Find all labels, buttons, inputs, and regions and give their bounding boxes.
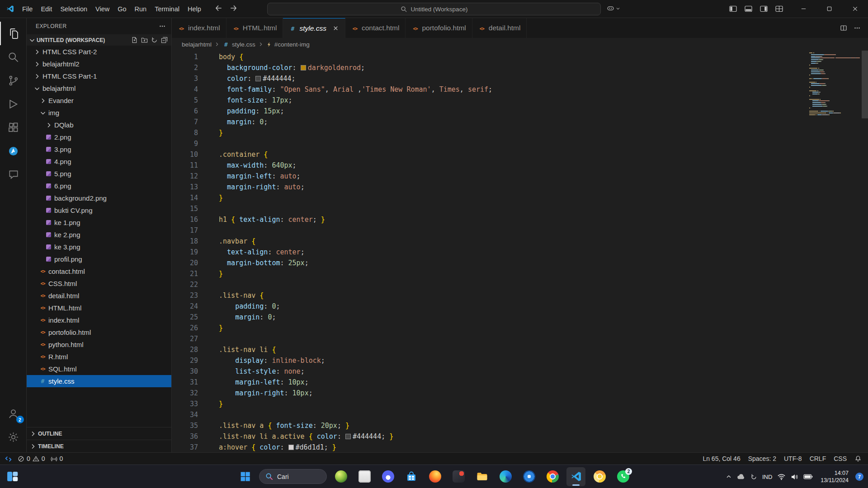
close-icon[interactable] xyxy=(332,25,339,32)
toggle-secondary-sidebar-icon[interactable] xyxy=(760,5,768,12)
notification-count-badge[interactable]: 7 xyxy=(855,473,863,481)
tree-item-bukti-cv-png[interactable]: bukti CV.png xyxy=(27,204,171,216)
maximize-button[interactable] xyxy=(816,0,842,18)
chrome-canary-icon[interactable] xyxy=(590,467,609,486)
workspace-header[interactable]: UNTITLED (WORKSPACE) xyxy=(27,34,171,46)
source-control-icon[interactable] xyxy=(0,69,27,92)
tab-portofolio-html[interactable]: <>portofolio.html xyxy=(406,18,472,38)
file-explorer-icon[interactable] xyxy=(472,467,491,486)
tab-detail-html[interactable]: <>detail.html xyxy=(472,18,527,38)
taskbar-search[interactable]: Cari xyxy=(259,469,327,484)
tree-item-background2-png[interactable]: background2.png xyxy=(27,192,171,204)
tree-item-r-html[interactable]: <>R.html xyxy=(27,351,171,363)
tab-html-html[interactable]: <>HTML.html xyxy=(226,18,283,38)
tab-contact-html[interactable]: <>contact.html xyxy=(345,18,406,38)
tree-item-ke-1-png[interactable]: ke 1.png xyxy=(27,216,171,229)
tree-item-html-css-part-2[interactable]: HTML CSS Part-2 xyxy=(27,46,171,58)
copilot-button[interactable] xyxy=(607,5,621,12)
breadcrumb-item[interactable]: #content-img xyxy=(266,41,310,48)
eol-sequence[interactable]: CRLF xyxy=(810,455,826,462)
wifi-icon[interactable] xyxy=(777,474,786,480)
menu-run[interactable]: Run xyxy=(131,0,151,18)
tree-item-5-png[interactable]: 5.png xyxy=(27,168,171,180)
display-icon[interactable] xyxy=(355,467,374,486)
command-center-search[interactable]: Untitled (Workspace) xyxy=(267,3,601,15)
tree-item-profil-png[interactable]: profil.png xyxy=(27,253,171,265)
color-swatch[interactable] xyxy=(288,445,294,450)
tree-item-html-css-part-1[interactable]: HTML CSS Part-1 xyxy=(27,70,171,82)
store-icon[interactable] xyxy=(402,467,421,486)
tree-item-belajarhtml[interactable]: belajarhtml xyxy=(27,82,171,94)
code-editor[interactable]: 1body {2 background-color: darkgoldenrod… xyxy=(172,51,868,452)
toggle-sidebar-icon[interactable] xyxy=(729,5,737,12)
collapse-folders-icon[interactable] xyxy=(161,37,168,43)
tree-item-ke-2-png[interactable]: ke 2.png xyxy=(27,229,171,241)
new-folder-icon[interactable] xyxy=(141,37,148,43)
mail-icon[interactable] xyxy=(449,467,468,486)
customize-layout-icon[interactable] xyxy=(775,5,783,12)
color-swatch[interactable] xyxy=(255,76,261,81)
widgets-icon[interactable] xyxy=(6,470,19,483)
menu-file[interactable]: File xyxy=(18,0,37,18)
color-swatch[interactable] xyxy=(345,434,351,439)
tab-style-css[interactable]: #style.css xyxy=(283,18,345,38)
tree-item-3-png[interactable]: 3.png xyxy=(27,143,171,155)
notifications-bell-icon[interactable] xyxy=(854,455,862,462)
settings-gear-icon[interactable] xyxy=(0,425,27,449)
menu-edit[interactable]: Edit xyxy=(37,0,56,18)
extensions-icon[interactable] xyxy=(0,116,27,139)
azure-icon[interactable] xyxy=(0,139,27,163)
breadcrumb-item[interactable]: #style.css xyxy=(222,41,255,48)
tree-item-evander[interactable]: Evander xyxy=(27,94,171,107)
accounts-icon[interactable]: 2 xyxy=(0,402,27,425)
refresh-explorer-icon[interactable] xyxy=(151,37,158,43)
tree-item-ke-3-png[interactable]: ke 3.png xyxy=(27,241,171,253)
menu-terminal[interactable]: Terminal xyxy=(151,0,184,18)
tree-item-python-html[interactable]: <>python.html xyxy=(27,338,171,351)
menu-go[interactable]: Go xyxy=(113,0,130,18)
tree-item-belajarhtml2[interactable]: belajarhtml2 xyxy=(27,58,171,70)
minimap[interactable] xyxy=(809,52,860,116)
tree-item-detail-html[interactable]: <>detail.html xyxy=(27,290,171,302)
tree-item-6-png[interactable]: 6.png xyxy=(27,180,171,192)
tree-item-html-html[interactable]: <>HTML.html xyxy=(27,302,171,314)
search-icon[interactable] xyxy=(0,45,27,69)
tab-index-html[interactable]: <>index.html xyxy=(172,18,226,38)
timeline-section[interactable]: TIMELINE xyxy=(27,440,171,452)
tree-item-sql-html[interactable]: <>SQL.html xyxy=(27,363,171,375)
tree-item-2-png[interactable]: 2.png xyxy=(27,131,171,143)
language-mode[interactable]: CSS xyxy=(834,455,847,462)
toggle-panel-icon[interactable] xyxy=(745,5,752,12)
tree-item-4-png[interactable]: 4.png xyxy=(27,155,171,168)
run-debug-icon[interactable] xyxy=(0,92,27,116)
sync-icon[interactable] xyxy=(750,474,757,480)
explorer-icon[interactable] xyxy=(0,22,27,45)
tree-item-contact-html[interactable]: <>contact.html xyxy=(27,265,171,277)
cursor-position[interactable]: Ln 65, Col 46 xyxy=(703,455,740,462)
encoding[interactable]: UTF-8 xyxy=(784,455,802,462)
indentation[interactable]: Spaces: 2 xyxy=(748,455,776,462)
editor-scrollbar[interactable] xyxy=(862,51,868,452)
tree-item-portofolio-html[interactable]: <>portofolio.html xyxy=(27,326,171,338)
clock[interactable]: 14:07 13/11/2024 xyxy=(821,469,849,484)
tree-item-style-css[interactable]: #style.css xyxy=(27,375,171,387)
minimize-button[interactable] xyxy=(791,0,816,18)
more-actions-icon[interactable] xyxy=(854,24,861,32)
new-file-icon[interactable] xyxy=(131,37,138,43)
edge-icon[interactable] xyxy=(496,467,515,486)
game-icon[interactable] xyxy=(331,467,350,486)
more-actions-icon[interactable] xyxy=(159,23,166,30)
onedrive-cloud-icon[interactable] xyxy=(737,474,745,480)
split-editor-icon[interactable] xyxy=(840,24,847,32)
color-swatch[interactable] xyxy=(301,65,306,70)
whatsapp-icon[interactable]: 2 xyxy=(613,467,632,486)
back-button[interactable] xyxy=(214,4,222,14)
keyboard-language[interactable]: IND xyxy=(762,474,772,480)
close-button[interactable] xyxy=(842,0,868,18)
tree-item-css-html[interactable]: <>CSS.html xyxy=(27,277,171,290)
vscode-icon[interactable] xyxy=(566,467,585,486)
start-button[interactable] xyxy=(236,467,255,486)
hidden-icons-chevron-icon[interactable] xyxy=(726,474,732,480)
volume-icon[interactable] xyxy=(791,474,798,480)
outline-section[interactable]: OUTLINE xyxy=(27,427,171,440)
